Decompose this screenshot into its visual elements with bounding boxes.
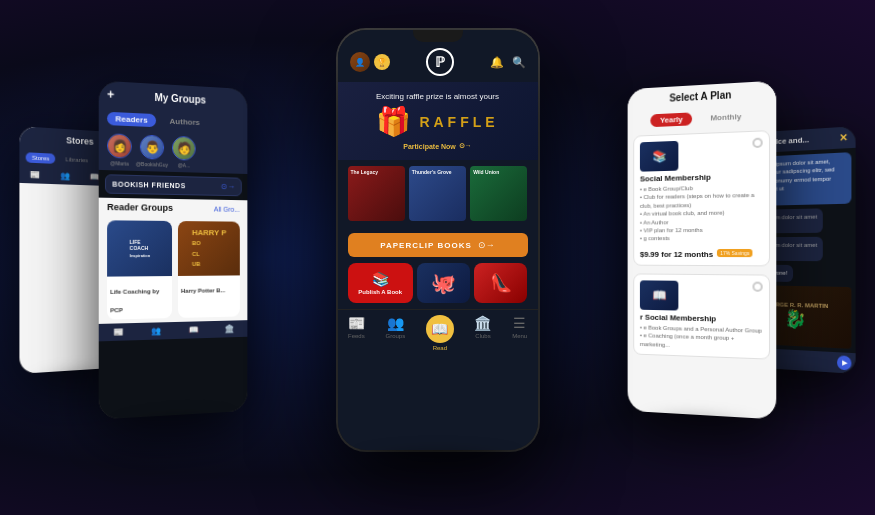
send-button[interactable]: ▶ [837,355,851,370]
shoes-icon: 👠 [490,272,512,294]
harry-potter-graphic: HARRY PBOCLUB [178,221,240,276]
read-label: Read [433,345,447,351]
groups-bottom-nav: 📰 👥 📖 🏛️ [99,320,248,341]
menu-label: Menu [512,333,527,339]
reader-groups-header: Reader Groups All Gro... [99,198,248,218]
logo-p: ℙ [435,54,445,70]
avatar-marta[interactable]: 👩 @Marta [107,133,132,166]
bookish-friends-banner[interactable]: BOOKISH FRIENDS ⊙→ [105,174,242,196]
shoes-card[interactable]: 👠 [474,263,527,303]
feeds-label: Feeds [348,333,365,339]
main-nav-feeds[interactable]: 📰 Feeds [348,315,365,351]
publish-card[interactable]: 📚 Publish A Book [348,263,413,303]
plan-img-1: 📚 [640,141,678,172]
kraken-icon: 🐙 [431,271,456,295]
paperclip-arrow: ⊙→ [478,240,495,250]
nav-groups-2[interactable]: 👥 [151,326,161,335]
main-nav-groups[interactable]: 👥 Groups [385,315,405,351]
book-cover-1[interactable]: The Legacy [348,166,405,221]
bookish-friends-arrow: ⊙→ [221,182,235,191]
yearly-toggle[interactable]: Yearly [650,112,692,127]
publish-text: Publish A Book [358,289,402,295]
monthly-toggle[interactable]: Monthly [700,110,751,125]
avatar-marta-label: @Marta [110,160,128,167]
book-title-2: Thunder's Grove [409,166,466,178]
nav-groups[interactable]: 👥 [60,171,70,180]
avatar-bookishguy-img: 👨 [140,135,164,160]
phone-my-groups: + My Groups Readers Authors 👩 @Marta 👨 [99,81,248,420]
menu-icon: ☰ [513,315,526,331]
raffle-subtitle: Exciting raffle prize is almost yours [376,92,499,101]
avatar-bookishguy-label: @BookishGuy [136,161,168,168]
avatar-marta-img: 👩 [107,133,132,158]
main-nav-menu[interactable]: ☰ Menu [512,315,527,351]
raffle-title-area: RAFFLE [419,114,498,130]
plan-radio-2[interactable] [752,281,762,291]
add-group-icon[interactable]: + [107,87,114,102]
group-card-lifecoaching[interactable]: LIFECOACHInspiration Life Coaching by PC… [107,220,172,319]
plan-card-1-header: 📚 [640,138,763,172]
readers-tab[interactable]: Readers [107,112,156,127]
main-screen: 👤 🏆 ℙ 🔔 🔍 Exciting raf [338,30,538,450]
kraken-card[interactable]: 🐙 [417,263,470,303]
main-nav-clubs[interactable]: 🏛️ Clubs [474,315,491,351]
read-icon-active: 📖 [426,315,454,343]
avatar-other-img: 🧑 [172,136,196,161]
avatar-other[interactable]: 🧑 @A... [172,136,196,169]
gift-icon: 🎁 [376,105,411,138]
group-card-body-2: Harry Potter B... [178,275,240,300]
book-covers-row: The Legacy Thunder's Grove Wild Union [338,160,538,227]
plan-screen: Select A Plan Yearly Monthly 📚 Social Me… [628,81,777,420]
clubs-label: Clubs [475,333,490,339]
main-logo-area: ℙ [426,48,454,76]
plan-radio-1[interactable] [752,138,762,149]
plan-title-2: r Social Membership [640,312,763,324]
authors-tab[interactable]: Authors [162,114,208,129]
participate-arrow: ⊙→ [459,142,472,150]
avatars-row: 👩 @Marta 👨 @BookishGuy 🧑 @A... [99,129,248,174]
main-bottom-nav: 📰 Feeds 👥 Groups 📖 Read 🏛️ Clubs [338,309,538,356]
participate-text: Participate Now [403,143,456,150]
avatar-other-label: @A... [178,162,190,168]
plan-desc-1: • e Book Group/Club • Club for readers (… [640,183,763,243]
plan-card-2[interactable]: 📖 r Social Membership • e Book Groups an… [633,273,770,359]
stores-title: Stores [66,135,93,147]
nav-read-2[interactable]: 📖 [189,325,199,334]
plan-card-1[interactable]: 📚 Social Membership • e Book Group/Club … [633,130,770,266]
paperclip-button[interactable]: PAPERCLIP BOOKS ⊙→ [348,233,528,257]
search-icon[interactable]: 🔍 [512,56,526,69]
book-dragon-icon: 🐉 [784,307,806,330]
main-nav-read[interactable]: 📖 Read [426,315,454,351]
raffle-title: RAFFLE [419,114,498,130]
avatar-bookishguy[interactable]: 👨 @BookishGuy [136,134,168,167]
plan-card-1-content: 📚 [640,141,678,172]
all-groups-link[interactable]: All Gro... [214,205,240,212]
nav-clubs-2[interactable]: 🏛️ [225,324,235,333]
groups-grid: LIFECOACHInspiration Life Coaching by PC… [99,216,248,324]
book-cover-3[interactable]: Wild Union [470,166,527,221]
paperclip-text: PAPERCLIP BOOKS [380,241,472,250]
phone-main: 👤 🏆 ℙ 🔔 🔍 Exciting raf [338,30,538,450]
harry-potter-text: HARRY PBOCLUB [189,225,229,272]
nav-feeds[interactable]: 📰 [30,170,40,180]
close-icon[interactable]: ✕ [839,132,847,144]
nav-feeds-2[interactable]: 📰 [113,327,123,336]
my-groups-title: My Groups [118,89,239,106]
group-card-harrypotter[interactable]: HARRY PBOCLUB Harry Potter B... [178,221,240,318]
raffle-main: 🎁 RAFFLE [376,105,498,138]
book-title-1: The Legacy [348,166,405,178]
header-right-icons: 🔔 🔍 [490,56,526,69]
libraries-tab[interactable]: Libraries [60,154,94,166]
header-left: 👤 🏆 [350,52,390,72]
book-cover-2[interactable]: Thunder's Grove [409,166,466,221]
life-coaching-text: LIFECOACHInspiration [126,236,153,262]
badge-icon: 🏆 [374,54,390,70]
phone-select-plan: Select A Plan Yearly Monthly 📚 Social Me… [628,81,777,420]
bell-icon[interactable]: 🔔 [490,56,504,69]
stores-tab[interactable]: Stores [26,152,56,164]
user-avatar[interactable]: 👤 [350,52,370,72]
group-card-title-1: Life Coaching by PCP [110,288,159,313]
publish-icon: 📚 [372,271,389,287]
reader-groups-label: Reader Groups [107,202,173,213]
participate-btn[interactable]: Participate Now ⊙→ [403,142,472,150]
